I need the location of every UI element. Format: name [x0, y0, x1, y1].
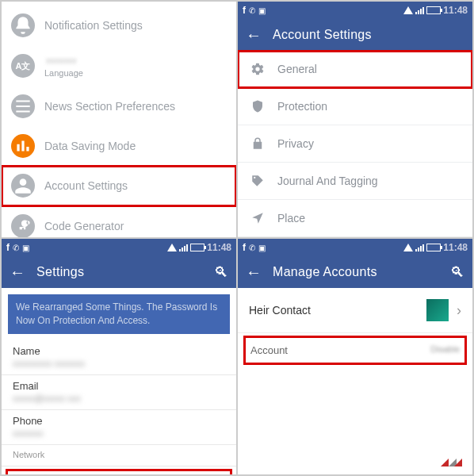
- setting-row-network[interactable]: Network: [2, 445, 236, 461]
- lock-icon: [250, 136, 265, 151]
- setting-value-blur: xxxxxxxxx xxxxxxx: [13, 359, 225, 368]
- nav-bar: ← Settings 🔍︎: [2, 256, 236, 288]
- menu-label: Language: [44, 68, 83, 78]
- page-title: Account Settings: [273, 28, 464, 42]
- status-bar: f ✆ ▣ 11:48: [238, 239, 472, 256]
- as-item-general[interactable]: General: [238, 51, 472, 88]
- search-icon[interactable]: 🔍︎: [450, 264, 464, 281]
- list-icon: [11, 94, 35, 118]
- photo-icon: ▣: [22, 244, 29, 252]
- heir-contact-avatar: [426, 299, 449, 321]
- setting-label: Name: [13, 345, 225, 357]
- setting-row-name[interactable]: Name xxxxxxxxx xxxxxxx: [2, 340, 236, 370]
- setting-value-blur: xxxxxxx: [13, 428, 225, 438]
- panel-menu-settings: Notification Settings A文 xxxxxxx Languag…: [1, 1, 237, 238]
- whatsapp-icon: ✆: [13, 244, 19, 252]
- whatsapp-icon: ✆: [249, 244, 255, 252]
- setting-label: Network: [13, 450, 225, 459]
- as-item-journal[interactable]: Journal And Tagging: [238, 163, 472, 200]
- menu-item-news-prefs[interactable]: News Section Preferences: [2, 86, 236, 126]
- page-title: Manage Accounts: [273, 265, 439, 279]
- status-bar: f ✆ ▣ 11:48: [238, 2, 472, 19]
- info-banner: We Rearranged Some Things. The Password …: [8, 294, 230, 334]
- panel-manage-accounts: f ✆ ▣ 11:48 ← Manage Accounts 🔍︎ Heir Co…: [237, 238, 473, 475]
- wifi-icon: [167, 244, 177, 251]
- battery-icon: [426, 244, 441, 251]
- page-title: Settings: [36, 265, 203, 279]
- setting-row-manage-accounts[interactable]: Manage Accounts Heir Contact And Deactiv…: [8, 471, 230, 475]
- key-icon: [11, 214, 35, 238]
- account-settings-list: General Protection Privacy Journal And T…: [238, 51, 472, 238]
- as-label: Protection: [277, 100, 327, 113]
- bars-icon: [11, 134, 35, 158]
- menu-label: Account Settings: [44, 179, 128, 192]
- photo-icon: ▣: [258, 244, 266, 252]
- back-icon[interactable]: ←: [246, 26, 262, 44]
- panel-account-settings: f ✆ ▣ 11:48 ← Account Settings General P…: [237, 1, 473, 238]
- location-icon: [250, 211, 265, 225]
- tag-icon: [250, 174, 265, 188]
- setting-label: Email: [13, 380, 225, 392]
- as-item-place[interactable]: Place: [238, 200, 472, 237]
- battery-icon: [190, 244, 205, 251]
- nav-bar: ← Account Settings: [238, 19, 472, 51]
- panel-settings-general: f ✆ ▣ 11:48 ← Settings 🔍︎ We Rearranged …: [1, 238, 237, 475]
- menu-label: Notification Settings: [44, 19, 143, 32]
- search-icon[interactable]: 🔍︎: [214, 264, 228, 281]
- nav-bar: ← Manage Accounts 🔍︎: [238, 256, 472, 288]
- status-time: 11:48: [443, 242, 468, 253]
- chevron-right-icon: ›: [457, 302, 461, 319]
- wifi-icon: [403, 6, 413, 14]
- menu-item-language[interactable]: A文 xxxxxxx Language: [2, 45, 236, 86]
- menu-label: News Section Preferences: [44, 100, 175, 113]
- as-label: General: [277, 63, 317, 75]
- as-item-privacy[interactable]: Privacy: [238, 125, 472, 163]
- menu-item-account-settings[interactable]: Account Settings: [2, 166, 236, 206]
- account-label: Account: [250, 344, 288, 356]
- heir-contact-row[interactable]: Heir Contact ›: [238, 288, 472, 333]
- account-action-blur: Disable: [430, 344, 460, 356]
- status-bar: f ✆ ▣ 11:48: [2, 239, 236, 256]
- back-icon[interactable]: ←: [10, 263, 25, 282]
- setting-row-phone[interactable]: Phone xxxxxxx: [2, 410, 236, 440]
- translate-icon: A文: [11, 54, 35, 78]
- settings-menu-list: Notification Settings A文 xxxxxxx Languag…: [2, 2, 236, 238]
- signal-icon: [415, 6, 424, 14]
- as-label: Privacy: [277, 137, 314, 150]
- shield-icon: [250, 99, 265, 113]
- status-time: 11:48: [443, 5, 468, 16]
- heir-contact-label: Heir Contact: [249, 304, 419, 317]
- menu-label: Data Saving Mode: [44, 140, 136, 152]
- as-item-protection[interactable]: Protection: [238, 88, 472, 125]
- setting-value-blur: xxxxx@xxxxx xxx: [13, 393, 225, 403]
- user-icon: [11, 174, 35, 198]
- manage-accounts-label: Manage Accounts: [13, 474, 225, 475]
- menu-item-data-saving[interactable]: Data Saving Mode: [2, 126, 236, 166]
- battery-icon: [426, 6, 441, 14]
- whatsapp-icon: ✆: [249, 6, 255, 15]
- wifi-icon: [403, 244, 413, 251]
- svg-marker-0: [441, 459, 449, 466]
- signal-icon: [179, 244, 188, 251]
- bell-icon: [11, 13, 35, 37]
- menu-label: Code Generator: [44, 220, 124, 232]
- status-time: 11:48: [207, 242, 231, 253]
- menu-sub-blur: xxxxxxx: [46, 56, 77, 65]
- signal-icon: [415, 244, 424, 251]
- facebook-icon: f: [243, 242, 246, 253]
- as-label: Journal And Tagging: [277, 175, 378, 187]
- account-row[interactable]: Account Disable: [246, 338, 464, 363]
- setting-label: Phone: [13, 415, 225, 427]
- photo-icon: ▣: [258, 6, 266, 15]
- menu-item-notifications[interactable]: Notification Settings: [2, 6, 236, 45]
- site-logo: [441, 451, 468, 470]
- facebook-icon: f: [243, 5, 246, 16]
- settings-rows: Name xxxxxxxxx xxxxxxx Email xxxxx@xxxxx…: [2, 340, 236, 475]
- gear-icon: [250, 62, 265, 76]
- back-icon[interactable]: ←: [246, 263, 262, 282]
- facebook-icon: f: [6, 242, 10, 253]
- setting-row-email[interactable]: Email xxxxx@xxxxx xxx: [2, 375, 236, 405]
- as-label: Place: [277, 212, 305, 225]
- menu-item-code-generator[interactable]: Code Generator: [2, 206, 236, 238]
